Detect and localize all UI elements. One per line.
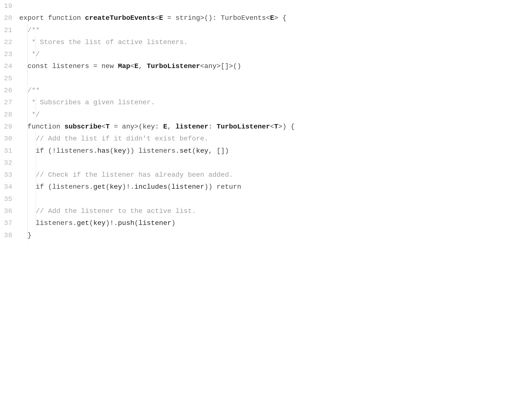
code-line[interactable]: const listeners = new Map<E, TurboListen… [19,60,524,72]
text: )!. [106,219,118,227]
identifier: key [110,183,122,191]
comment: /** [27,26,40,34]
keyword-function: function [27,123,64,130]
code-content[interactable]: export function createTurboEvents<E = st… [19,0,524,241]
text: = any>( [110,123,142,130]
identifier: key [93,219,105,227]
type-name: TurboListener [147,62,200,70]
line-number: 28 [4,109,12,121]
code-line[interactable]: function subscribe<T = any>(key: E, list… [19,121,524,133]
punct: , [138,62,147,70]
code-line[interactable]: /** [19,84,524,96]
text: if (!listeners. [36,147,97,155]
method-name: get [93,183,105,191]
line-number: 35 [4,193,12,205]
comment: // Check if the listener has already bee… [36,171,233,179]
punct: ( [192,147,196,155]
code-line[interactable]: if (!listeners.has(key)) listeners.set(k… [19,145,524,157]
method-name: push [118,219,134,227]
type-name: E [163,123,167,130]
text: )) return [204,183,241,191]
method-name: includes [134,183,167,191]
line-number-gutter: 19 20 21 22 23 24 25 26 27 28 29 30 31 3… [0,0,19,241]
code-line[interactable]: * Subscribes a given listener. [19,96,524,108]
code-line[interactable]: */ [19,48,524,60]
code-line[interactable] [19,72,524,84]
code-line[interactable] [19,0,524,12]
code-line[interactable]: listeners.get(key)!.push(listener) [19,217,524,229]
code-line[interactable]: /** [19,24,524,36]
punct: < [270,123,274,130]
line-number: 20 [4,12,12,24]
text: if (listeners. [36,183,93,191]
line-number: 19 [4,0,12,12]
line-number: 30 [4,133,12,145]
line-number: 33 [4,169,12,181]
type-param: T [274,123,278,130]
identifier: key [196,147,208,155]
param-name: key [143,123,155,130]
code-editor: 19 20 21 22 23 24 25 26 27 28 29 30 31 3… [0,0,524,241]
comment: */ [27,50,40,58]
code-line[interactable]: // Add the list if it didn't exist befor… [19,133,524,145]
punct: < [266,14,270,22]
punct: > { [274,14,286,22]
code-line[interactable]: // Add the listener to the active list. [19,205,524,217]
line-number: 37 [4,217,12,229]
line-number: 36 [4,205,12,217]
punct: ( [134,219,138,227]
identifier: key [114,147,126,155]
keyword-function: function [48,14,81,22]
comment: * Subscribes a given listener. [27,99,155,106]
param-name: listener [175,123,208,130]
punct: < [155,14,159,22]
punct: < [130,62,134,70]
line-number: 27 [4,96,12,108]
line-number: 24 [4,60,12,72]
text: listeners. [36,219,77,227]
identifier: listener [138,219,171,227]
return-type: TurboEvents [221,14,266,22]
line-number: 38 [4,229,12,241]
text: = string>(): [163,14,221,22]
type-param: E [159,14,163,22]
keyword-export: export [19,14,44,22]
line-number: 23 [4,48,12,60]
class-name: Map [118,62,130,70]
type-param: E [134,62,138,70]
method-name: set [180,147,192,155]
identifier: listener [171,183,204,191]
code-line[interactable]: // Check if the listener has already bee… [19,169,524,181]
punct: >) { [278,123,295,130]
code-line[interactable] [19,157,524,169]
text: )!. [122,183,134,191]
code-line[interactable]: if (listeners.get(key)!.includes(listene… [19,181,524,193]
punct: ) [171,219,176,227]
code-line[interactable] [19,193,524,205]
text: )) listeners. [126,147,180,155]
code-line[interactable]: * Stores the list of active listeners. [19,36,524,48]
code-line[interactable]: */ [19,109,524,121]
line-number: 26 [4,84,12,96]
type-param: E [270,14,274,22]
punct: : [208,123,217,130]
code-line[interactable]: export function createTurboEvents<E = st… [19,12,524,24]
comment: // Add the list if it didn't exist befor… [36,135,208,142]
punct: ( [106,183,110,191]
text: const listeners = new [27,62,118,70]
punct: , []) [208,147,229,155]
punct: , [167,123,176,130]
punct: < [102,123,106,130]
line-number: 31 [4,145,12,157]
line-number: 21 [4,24,12,36]
punct: ( [110,147,114,155]
type-name: TurboListener [216,123,270,130]
punct: ( [89,219,93,227]
punct: ( [167,183,171,191]
code-line[interactable]: } [19,229,524,241]
line-number: 29 [4,121,12,133]
method-name: get [77,219,89,227]
punct: } [27,232,32,239]
punct: : [155,123,163,130]
comment: */ [27,111,40,118]
